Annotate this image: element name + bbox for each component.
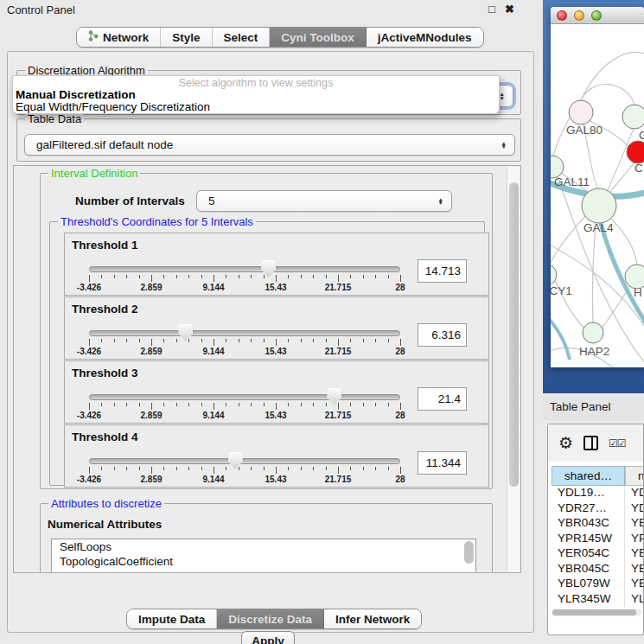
threshold-value-field[interactable]: 6.316 (418, 323, 467, 347)
attributes-group: Attributes to discretize Numerical Attri… (40, 503, 493, 573)
table-row[interactable]: YLR345WYLR3 (552, 592, 644, 608)
network-node-c[interactable] (627, 141, 644, 163)
tab-label: Select (224, 31, 258, 44)
table-row[interactable]: YDR27…YDR2 (552, 501, 644, 517)
table-row[interactable]: YBL079WYBL0 (552, 577, 644, 592)
tick-mark (264, 403, 265, 406)
table-data-combobox[interactable]: galFiltered.sif default node ▲▼ (24, 134, 515, 156)
table-row[interactable]: YDL19…YDL1 (552, 486, 644, 501)
horizontal-scrollbar-track[interactable] (552, 609, 641, 616)
attribute-item[interactable]: SelfLoops (52, 539, 475, 554)
gear-icon[interactable]: ⚙ (558, 433, 573, 453)
scale-label: -3.426 (77, 283, 101, 292)
tab-cyni-toolbox[interactable]: Cyni Toolbox (270, 28, 367, 47)
num-intervals-combobox[interactable]: 5 ▲▼ (196, 190, 452, 212)
tab-discretize-data[interactable]: Discretize Data (217, 609, 324, 628)
node-label-gal11: GAL11 (554, 175, 590, 188)
tick-mark (400, 467, 401, 474)
tick-mark (214, 339, 214, 346)
tick-mark (400, 403, 401, 410)
threshold-slider[interactable] (89, 330, 400, 336)
scale-label: 15.43 (265, 347, 286, 356)
tab-jactivemnodules[interactable]: jActiveMNodules (367, 28, 483, 47)
threshold-label: Threshold 2 (72, 303, 138, 316)
network-canvas[interactable]: GAL80GACGAL11GAL4GCY1HHAP2 (551, 24, 644, 367)
network-node-gal4[interactable] (582, 188, 616, 223)
numerical-attributes-list[interactable]: SelfLoopsTopologicalCoefficientBetweenne… (51, 539, 476, 573)
network-nodes: GAL80GACGAL11GAL4GCY1HHAP2 (551, 100, 644, 358)
tick-mark (101, 339, 102, 342)
tick-mark (139, 467, 140, 470)
scale-label: 21.715 (325, 475, 352, 484)
tab-label: Infer Network (335, 613, 410, 626)
table-row[interactable]: YBR043CYBR0 (552, 516, 644, 532)
tab-network[interactable]: Network (77, 28, 161, 47)
tab-label: Style (172, 31, 200, 44)
network-node-h[interactable] (625, 265, 644, 289)
attributes-scrollbar[interactable] (464, 541, 474, 564)
minimize-traffic-light[interactable] (574, 10, 584, 21)
top-tab-bar: NetworkStyleSelectCyni ToolboxjActiveMNo… (76, 27, 484, 48)
tab-impute-data[interactable]: Impute Data (127, 609, 217, 628)
network-node-gal80[interactable] (569, 100, 593, 124)
threshold-value-field[interactable]: 21.4 (418, 387, 467, 411)
tab-infer-network[interactable]: Infer Network (324, 609, 421, 628)
tick-mark (151, 403, 152, 410)
scale-label: 28 (395, 283, 405, 292)
tick-mark (89, 467, 90, 474)
scale-label: 9.144 (202, 475, 224, 484)
thresholds-group-title: Threshold's Coordinates for 5 Intervals (58, 215, 256, 228)
checkboxes-icon[interactable]: ☑☑ (609, 437, 626, 450)
slider-ticks (89, 275, 400, 283)
algorithm-option[interactable]: Manual Discretization (13, 89, 499, 101)
table-row[interactable]: YER054CYER0 (552, 546, 644, 562)
table-data-selected: galFiltered.sif default node (36, 138, 173, 151)
panel-title: Control Panel (7, 3, 75, 16)
algorithm-option[interactable]: Equal Width/Frequency Discretization (13, 101, 499, 113)
tick-mark (201, 339, 202, 342)
tick-mark (176, 339, 177, 342)
column-header-name[interactable]: na (625, 466, 644, 486)
tick-mark (214, 467, 214, 474)
tick-mark (301, 403, 302, 406)
close-icon[interactable]: ✖ (505, 3, 514, 16)
threshold-slider[interactable] (89, 266, 400, 272)
attribute-item[interactable]: BetweennessCentrality (52, 569, 475, 573)
horizontal-scrollbar-thumb[interactable] (552, 609, 636, 615)
scale-label: 15.43 (265, 283, 286, 292)
tab-style[interactable]: Style (161, 28, 212, 47)
cell-shared-name: YDL19… (552, 486, 625, 501)
tab-label: Cyni Toolbox (281, 31, 354, 44)
tick-mark (388, 467, 389, 470)
attribute-item[interactable]: TopologicalCoefficient (52, 554, 475, 569)
network-icon (88, 30, 99, 44)
threshold-slider[interactable] (89, 458, 400, 464)
apply-button[interactable]: Apply (241, 631, 295, 644)
threshold-value-field[interactable]: 14.713 (418, 259, 467, 283)
scale-label: 21.715 (325, 283, 352, 292)
scale-label: 9.144 (202, 347, 224, 356)
tick-mark (363, 275, 364, 278)
tick-mark (226, 275, 226, 278)
threshold-slider[interactable] (89, 394, 400, 400)
tick-mark (214, 275, 214, 282)
close-traffic-light[interactable] (557, 10, 567, 21)
vertical-scrollbar-track[interactable] (507, 167, 520, 573)
tab-select[interactable]: Select (213, 28, 271, 47)
attributes-group-title: Attributes to discretize (48, 497, 164, 510)
cell-name: YBR0 (625, 562, 644, 577)
threshold-value-field[interactable]: 11.344 (418, 451, 467, 475)
table-data-group: Table Data galFiltered.sif default node … (16, 118, 521, 162)
network-node-ga[interactable] (622, 105, 644, 129)
table-row[interactable]: YPR145WYPR1 (552, 532, 644, 547)
vertical-scrollbar-thumb[interactable] (509, 182, 519, 487)
float-icon[interactable]: □ (488, 3, 495, 16)
network-node-hap2[interactable] (583, 322, 603, 343)
zoom-traffic-light[interactable] (591, 10, 602, 21)
column-header-shared[interactable]: shared… (552, 466, 625, 486)
cell-shared-name: YER054C (552, 546, 625, 562)
tick-mark (126, 275, 127, 278)
columns-icon[interactable] (583, 436, 598, 450)
table-panel-title: Table Panel (550, 400, 611, 413)
table-row[interactable]: YBR045CYBR0 (552, 562, 644, 577)
